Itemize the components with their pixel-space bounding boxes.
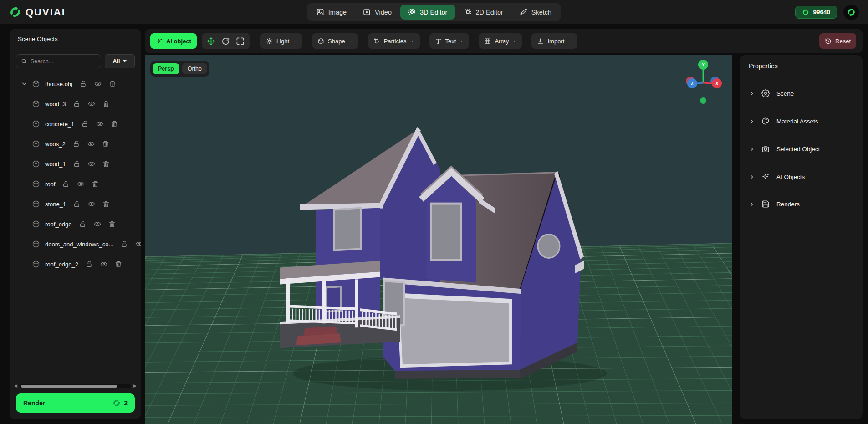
viewport-3d[interactable]: PerspOrtho Y Z X — [145, 55, 732, 424]
scrollbar-thumb[interactable] — [21, 385, 117, 388]
menu-label: Array — [495, 38, 509, 45]
eye-icon[interactable] — [88, 160, 95, 168]
scroll-left-arrow[interactable]: ◀ — [14, 384, 17, 388]
section-icon — [761, 200, 770, 208]
credits-badge[interactable]: 99640 — [795, 6, 837, 19]
lock-icon[interactable] — [82, 120, 89, 128]
lock-icon[interactable] — [62, 180, 70, 188]
search-input[interactable] — [31, 58, 96, 65]
eye-icon[interactable] — [96, 120, 103, 128]
trash-icon[interactable] — [108, 220, 116, 228]
eye-icon[interactable] — [87, 140, 95, 148]
menu-particles[interactable]: Particles — [368, 33, 420, 49]
menu-import[interactable]: Import — [531, 33, 577, 49]
chevron-right-icon — [749, 201, 755, 207]
menu-icon — [373, 38, 380, 45]
lock-icon[interactable] — [79, 220, 87, 228]
tab-sketch[interactable]: Sketch — [512, 5, 559, 20]
top-bar: QUVIAI Image Video 3D Editor 2D Editor S… — [0, 0, 868, 24]
menu-text[interactable]: Text — [429, 33, 470, 49]
menu-array[interactable]: Array — [479, 33, 522, 49]
content-row: Scene Objects All fhouse.obj wood_3 — [0, 24, 868, 424]
trash-icon[interactable] — [92, 180, 99, 188]
reset-button[interactable]: Reset — [819, 33, 856, 49]
render-button[interactable]: Render 2 — [16, 393, 135, 413]
ai-object-button[interactable]: AI object — [150, 33, 197, 49]
chevron-down-icon — [410, 39, 414, 43]
trash-icon[interactable] — [102, 160, 110, 168]
object-name: woos_2 — [45, 141, 66, 148]
scene-object-row[interactable]: wood_3 — [10, 94, 141, 114]
menu-icon — [317, 38, 324, 45]
tab-3d-editor[interactable]: 3D Editor — [400, 5, 455, 20]
tab-label: 2D Editor — [475, 9, 503, 16]
properties-sections: Scene Material Assets Selected Object AI… — [740, 76, 863, 218]
chevron-right-icon — [749, 91, 755, 97]
chevron-down-icon — [512, 39, 516, 43]
menu-light[interactable]: Light — [260, 33, 302, 49]
trash-icon[interactable] — [102, 140, 109, 148]
scene-object-row[interactable]: doors_and_windows_co... — [10, 234, 141, 254]
rotate-tool-button[interactable] — [220, 35, 232, 47]
lock-icon[interactable] — [80, 80, 87, 87]
sparkles-icon — [156, 38, 163, 45]
filter-select[interactable]: All — [105, 54, 135, 68]
scene-object-row[interactable]: roof_edge — [10, 214, 141, 234]
eye-icon[interactable] — [94, 80, 102, 87]
top-right-group: 99640 — [795, 5, 859, 20]
eye-icon[interactable] — [135, 240, 141, 248]
scene-object-row[interactable]: stone_1 — [10, 194, 141, 214]
section-ai-objects[interactable]: AI Objects — [740, 163, 863, 190]
viewport-canvas[interactable] — [145, 55, 732, 424]
eye-icon[interactable] — [77, 180, 84, 188]
lock-icon[interactable] — [86, 261, 93, 268]
trash-icon[interactable] — [109, 80, 116, 87]
chevron-down-icon[interactable] — [21, 81, 27, 87]
tab-video[interactable]: Video — [355, 5, 399, 20]
section-icon — [761, 117, 770, 125]
scene-object-row[interactable]: fhouse.obj — [10, 74, 141, 94]
trash-icon[interactable] — [115, 261, 122, 268]
axis-neg-y-handle[interactable] — [700, 97, 706, 104]
reset-icon — [825, 38, 832, 45]
section-selected-object[interactable]: Selected Object — [740, 135, 863, 163]
user-avatar[interactable] — [843, 5, 859, 20]
scene-object-row[interactable]: roof_edge_2 — [10, 254, 141, 274]
projection-persp[interactable]: Persp — [153, 63, 179, 74]
scrollbar-track[interactable] — [20, 384, 131, 388]
projection-ortho[interactable]: Ortho — [182, 63, 207, 74]
trash-icon[interactable] — [102, 200, 110, 208]
tab-2d-editor[interactable]: 2D Editor — [456, 5, 511, 20]
lock-icon[interactable] — [121, 240, 128, 248]
section-renders[interactable]: Renders — [740, 190, 863, 218]
menu-shape[interactable]: Shape — [312, 33, 358, 49]
lock-icon[interactable] — [73, 140, 80, 148]
eye-icon[interactable] — [88, 200, 95, 208]
scene-object-row[interactable]: concrete_1 — [10, 114, 141, 134]
eye-icon[interactable] — [100, 261, 107, 268]
lock-icon[interactable] — [73, 160, 81, 168]
scale-tool-button[interactable] — [234, 35, 247, 47]
move-tool-button[interactable] — [205, 35, 218, 47]
lock-icon[interactable] — [73, 200, 81, 208]
section-label: Renders — [776, 201, 800, 208]
lock-icon[interactable] — [73, 100, 81, 107]
ai-object-label: AI object — [166, 38, 191, 45]
trash-icon[interactable] — [111, 120, 118, 128]
eye-icon[interactable] — [88, 100, 95, 107]
section-scene[interactable]: Scene — [740, 80, 863, 107]
avatar-swirl-icon — [847, 8, 856, 17]
object-name: roof_edge_2 — [45, 261, 78, 268]
section-material-assets[interactable]: Material Assets — [740, 107, 863, 135]
scene-object-row[interactable]: wood_1 — [10, 154, 141, 174]
scroll-right-arrow[interactable]: ▶ — [133, 384, 137, 388]
scene-object-row[interactable]: roof — [10, 174, 141, 194]
eye-icon[interactable] — [94, 220, 101, 228]
axis-gizmo[interactable]: Y Z X — [676, 55, 732, 114]
tab-image[interactable]: Image — [309, 5, 354, 20]
tab-label: 3D Editor — [420, 9, 447, 16]
trash-icon[interactable] — [102, 100, 110, 107]
chevron-right-icon — [749, 118, 755, 124]
scene-object-row[interactable]: woos_2 — [10, 134, 141, 154]
chevron-down-icon — [349, 39, 353, 43]
